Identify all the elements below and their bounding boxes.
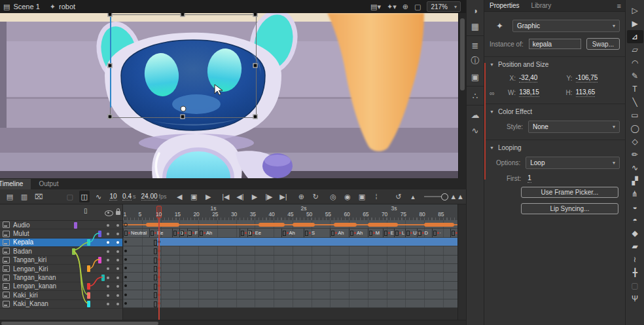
current-frame-value[interactable]: 10 xyxy=(109,193,116,201)
parent-color-block[interactable] xyxy=(87,265,90,272)
use-frame-picker-button[interactable]: Use Frame Picker... xyxy=(521,187,618,198)
lock-aspect-ratio-icon[interactable]: ∞ xyxy=(490,89,497,97)
layer-visibility-dot[interactable] xyxy=(107,233,109,235)
frame-row-mulut[interactable]: NeutralEeDEFAhDEeAhSAhAhMELUhD·S xyxy=(123,229,458,237)
frame-row-tangan_kiri[interactable] xyxy=(123,256,458,264)
timeline-vertical-scrollbar[interactable] xyxy=(457,204,466,320)
keyframe-dot[interactable] xyxy=(124,284,127,287)
parent-color-block[interactable] xyxy=(98,257,101,263)
align-panel-icon[interactable]: ≣ xyxy=(467,37,484,53)
current-frame-marker-button[interactable]: ▣ xyxy=(188,191,199,202)
edit-symbol-icon[interactable]: ✦▾ xyxy=(387,3,397,11)
layer-row-badan[interactable]: Badan xyxy=(0,247,122,256)
transform-handle[interactable] xyxy=(108,115,113,119)
layer-lock-dot[interactable] xyxy=(116,241,119,244)
color-panel-icon[interactable]: ◑ xyxy=(467,3,484,18)
swap-button[interactable]: Swap... xyxy=(586,38,620,50)
position-size-section-header[interactable]: ▼ Position and Size xyxy=(484,61,625,68)
delete-layer-button[interactable]: ⌧ xyxy=(33,191,44,202)
parent-color-block[interactable] xyxy=(98,231,101,237)
layer-row-kaki_kiri[interactable]: Kaki_kiri xyxy=(0,291,122,299)
layer-row-tangan_kiri[interactable]: Tangan_kiri xyxy=(0,256,122,265)
parent-color-block[interactable] xyxy=(87,283,90,290)
ink-bottle-tool[interactable]: ◓ xyxy=(627,214,643,227)
eraser-tool[interactable]: ▰ xyxy=(627,240,643,253)
step-back-one-button[interactable]: ◀ xyxy=(174,191,185,202)
modify-markers-button[interactable]: ⁞ xyxy=(371,191,382,202)
swatches-panel-icon[interactable]: ▦ xyxy=(467,18,484,36)
parent-color-block[interactable] xyxy=(87,301,90,307)
paint-bucket-tool[interactable]: ◒ xyxy=(627,201,643,214)
transform-handle[interactable] xyxy=(181,13,185,17)
classic-brush-tool[interactable]: ▞ xyxy=(627,174,643,187)
layer-visibility-dot[interactable] xyxy=(107,294,109,297)
show-parenting-view-button[interactable]: ◫ xyxy=(79,191,90,202)
stage-zoom-select[interactable]: 217% ▾ xyxy=(427,1,461,12)
eyedropper-tool[interactable]: ◆ xyxy=(627,227,643,240)
parent-color-block[interactable] xyxy=(72,248,75,255)
lip-sync-segment[interactable]: Ah xyxy=(349,229,363,237)
selection-tool[interactable]: ▷ xyxy=(627,4,643,17)
transform-handle[interactable] xyxy=(108,13,113,17)
symbol-breadcrumb[interactable]: robot xyxy=(59,3,75,10)
tab-output[interactable]: Output xyxy=(31,179,66,189)
clip-content-outside-stage-icon[interactable]: ▢ xyxy=(414,3,421,11)
hand-tool[interactable]: Ψ xyxy=(627,292,643,305)
lip-sync-segment[interactable]: Ee xyxy=(247,229,261,237)
layer-lock-dot[interactable] xyxy=(116,294,119,297)
lasso-tool[interactable]: ◠ xyxy=(627,56,643,69)
frame-row-lengan_kanan[interactable] xyxy=(123,282,458,290)
lip-sync-segment[interactable]: Ah xyxy=(198,229,212,237)
new-folder-button[interactable]: ▥ xyxy=(19,191,29,202)
layer-lock-dot[interactable] xyxy=(116,224,119,227)
zoom-out-timeline-button[interactable]: ▴ xyxy=(408,191,418,202)
pencil-tool[interactable]: ✏ xyxy=(627,148,643,161)
transform-handle[interactable] xyxy=(253,115,258,119)
transform-handle[interactable] xyxy=(253,64,258,68)
frame-row-audio[interactable] xyxy=(123,220,458,229)
lip-sync-segment[interactable]: S xyxy=(304,229,315,237)
layer-visibility-dot[interactable] xyxy=(107,303,109,305)
edit-multiple-frames-button[interactable]: ▣ xyxy=(357,191,367,202)
lip-sync-segment[interactable]: Neutral xyxy=(123,229,147,237)
lip-sync-segment[interactable]: Ah xyxy=(281,229,295,237)
layer-visibility-dot[interactable] xyxy=(107,267,109,270)
lip-sync-segment[interactable]: Ee xyxy=(149,229,163,237)
subselection-tool[interactable]: ▶ xyxy=(627,17,643,30)
stage-canvas[interactable] xyxy=(0,13,466,178)
reset-timeline-zoom-button[interactable]: ↺ xyxy=(393,191,404,202)
transform-handle[interactable] xyxy=(253,13,258,17)
step-forward-one-button[interactable]: ▶ xyxy=(203,191,213,202)
layer-row-tangan_kanan[interactable]: Tangan_kanan xyxy=(0,273,122,282)
lip-sync-segment[interactable]: Ah xyxy=(330,229,344,237)
transform-handle[interactable] xyxy=(181,115,185,119)
transformation-point[interactable] xyxy=(181,106,187,112)
text-tool[interactable]: T xyxy=(627,83,643,96)
tab-timeline[interactable]: Timeline xyxy=(0,179,31,189)
layer-row-mulut[interactable]: Mulut xyxy=(0,229,122,238)
frame-row-kaki_kiri[interactable] xyxy=(123,290,458,299)
w-value[interactable]: 138,15 xyxy=(519,88,539,97)
layer-visibility-dot[interactable] xyxy=(107,285,109,288)
layer-lock-dot[interactable] xyxy=(116,250,119,253)
x-value[interactable]: -32,40 xyxy=(519,74,537,83)
symbol-behavior-select[interactable]: Graphic ▾ xyxy=(512,20,620,32)
go-to-last-frame-button[interactable]: ▶| xyxy=(278,191,289,202)
layer-lock-dot[interactable] xyxy=(116,267,119,270)
layer-visibility-dot[interactable] xyxy=(107,259,109,261)
y-value[interactable]: -106,75 xyxy=(576,74,598,83)
cc-libraries-panel-icon[interactable]: ☁ xyxy=(467,107,484,123)
asset-pin-tool[interactable]: ╋ xyxy=(627,266,643,279)
parent-color-block[interactable] xyxy=(87,239,90,246)
scene-breadcrumb[interactable]: Scene 1 xyxy=(13,3,39,10)
frame-rate-value[interactable]: 24.00 xyxy=(141,193,158,201)
step-back-button[interactable]: ◀| xyxy=(235,191,245,202)
keyframe-dot[interactable] xyxy=(124,258,127,261)
frame-row-kepala[interactable] xyxy=(123,238,458,246)
layer-visibility-dot[interactable] xyxy=(107,277,109,279)
lip-syncing-button[interactable]: Lip Syncing... xyxy=(521,203,618,214)
rectangle-tool[interactable]: ▭ xyxy=(627,109,643,122)
motion-editor-panel-icon[interactable]: ∿ xyxy=(467,123,484,138)
elapsed-time-value[interactable]: 0.4 xyxy=(122,193,132,201)
step-forward-button[interactable]: |▶ xyxy=(264,191,274,202)
